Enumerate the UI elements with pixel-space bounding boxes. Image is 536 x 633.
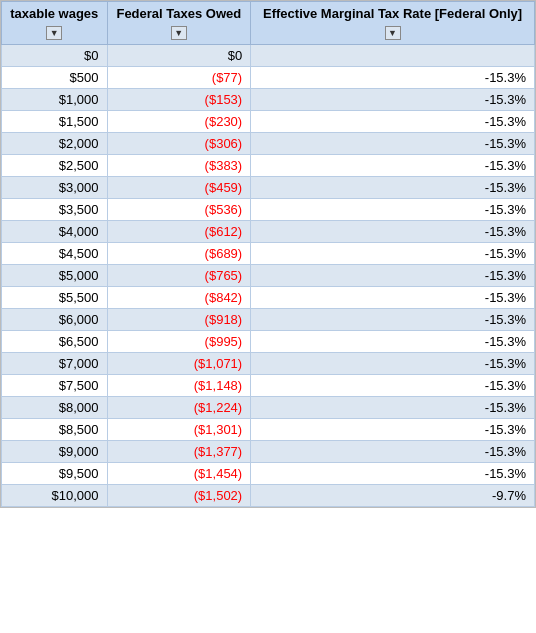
cell-taxes: ($383) bbox=[107, 154, 251, 176]
cell-wages: $3,500 bbox=[2, 198, 108, 220]
cell-taxes: ($1,454) bbox=[107, 462, 251, 484]
cell-rate: -15.3% bbox=[251, 176, 535, 198]
table-row: $3,500($536)-15.3% bbox=[2, 198, 535, 220]
cell-wages: $7,500 bbox=[2, 374, 108, 396]
table-row: $7,000($1,071)-15.3% bbox=[2, 352, 535, 374]
cell-taxes: ($765) bbox=[107, 264, 251, 286]
cell-wages: $8,000 bbox=[2, 396, 108, 418]
cell-wages: $0 bbox=[2, 44, 108, 66]
cell-wages: $1,500 bbox=[2, 110, 108, 132]
cell-rate bbox=[251, 44, 535, 66]
col-federal-taxes: Federal Taxes Owed ▼ bbox=[107, 2, 251, 45]
col-marginal-rate: Effective Marginal Tax Rate [Federal Onl… bbox=[251, 2, 535, 45]
cell-taxes: ($1,377) bbox=[107, 440, 251, 462]
cell-rate: -15.3% bbox=[251, 132, 535, 154]
cell-taxes: ($77) bbox=[107, 66, 251, 88]
table-row: $1,500($230)-15.3% bbox=[2, 110, 535, 132]
table-row: $9,500($1,454)-15.3% bbox=[2, 462, 535, 484]
cell-wages: $5,500 bbox=[2, 286, 108, 308]
cell-rate: -9.7% bbox=[251, 484, 535, 506]
filter-taxes-button[interactable]: ▼ bbox=[171, 26, 187, 40]
filter-rate-button[interactable]: ▼ bbox=[385, 26, 401, 40]
cell-taxes: ($689) bbox=[107, 242, 251, 264]
cell-wages: $9,500 bbox=[2, 462, 108, 484]
table-row: $6,000($918)-15.3% bbox=[2, 308, 535, 330]
cell-rate: -15.3% bbox=[251, 418, 535, 440]
cell-rate: -15.3% bbox=[251, 308, 535, 330]
table-row: $7,500($1,148)-15.3% bbox=[2, 374, 535, 396]
table-row: $2,500($383)-15.3% bbox=[2, 154, 535, 176]
table-row: $0$0 bbox=[2, 44, 535, 66]
cell-wages: $2,500 bbox=[2, 154, 108, 176]
cell-taxes: ($1,301) bbox=[107, 418, 251, 440]
table-row: $5,000($765)-15.3% bbox=[2, 264, 535, 286]
cell-rate: -15.3% bbox=[251, 220, 535, 242]
cell-wages: $1,000 bbox=[2, 88, 108, 110]
cell-rate: -15.3% bbox=[251, 110, 535, 132]
cell-taxes: ($230) bbox=[107, 110, 251, 132]
table-row: $500($77)-15.3% bbox=[2, 66, 535, 88]
cell-wages: $3,000 bbox=[2, 176, 108, 198]
table-row: $1,000($153)-15.3% bbox=[2, 88, 535, 110]
cell-taxes: ($1,502) bbox=[107, 484, 251, 506]
cell-taxes: ($1,224) bbox=[107, 396, 251, 418]
table-row: $9,000($1,377)-15.3% bbox=[2, 440, 535, 462]
cell-wages: $6,500 bbox=[2, 330, 108, 352]
cell-taxes: ($842) bbox=[107, 286, 251, 308]
table-row: $10,000($1,502)-9.7% bbox=[2, 484, 535, 506]
cell-rate: -15.3% bbox=[251, 462, 535, 484]
cell-wages: $6,000 bbox=[2, 308, 108, 330]
cell-taxes: ($306) bbox=[107, 132, 251, 154]
cell-wages: $8,500 bbox=[2, 418, 108, 440]
table-row: $5,500($842)-15.3% bbox=[2, 286, 535, 308]
cell-wages: $2,000 bbox=[2, 132, 108, 154]
cell-taxes: ($612) bbox=[107, 220, 251, 242]
cell-rate: -15.3% bbox=[251, 66, 535, 88]
cell-taxes: $0 bbox=[107, 44, 251, 66]
cell-taxes: ($1,148) bbox=[107, 374, 251, 396]
cell-rate: -15.3% bbox=[251, 264, 535, 286]
cell-rate: -15.3% bbox=[251, 440, 535, 462]
cell-taxes: ($995) bbox=[107, 330, 251, 352]
cell-wages: $4,000 bbox=[2, 220, 108, 242]
cell-rate: -15.3% bbox=[251, 198, 535, 220]
cell-wages: $7,000 bbox=[2, 352, 108, 374]
cell-rate: -15.3% bbox=[251, 374, 535, 396]
table-row: $4,500($689)-15.3% bbox=[2, 242, 535, 264]
filter-wages-button[interactable]: ▼ bbox=[46, 26, 62, 40]
cell-wages: $5,000 bbox=[2, 264, 108, 286]
cell-rate: -15.3% bbox=[251, 88, 535, 110]
header-row: taxable wages ▼ Federal Taxes Owed ▼ Eff… bbox=[2, 2, 535, 45]
cell-rate: -15.3% bbox=[251, 154, 535, 176]
cell-wages: $9,000 bbox=[2, 440, 108, 462]
cell-rate: -15.3% bbox=[251, 286, 535, 308]
cell-wages: $4,500 bbox=[2, 242, 108, 264]
cell-taxes: ($536) bbox=[107, 198, 251, 220]
tax-table: taxable wages ▼ Federal Taxes Owed ▼ Eff… bbox=[1, 1, 535, 507]
table-row: $4,000($612)-15.3% bbox=[2, 220, 535, 242]
cell-rate: -15.3% bbox=[251, 330, 535, 352]
table-row: $2,000($306)-15.3% bbox=[2, 132, 535, 154]
cell-rate: -15.3% bbox=[251, 396, 535, 418]
cell-taxes: ($459) bbox=[107, 176, 251, 198]
table-row: $6,500($995)-15.3% bbox=[2, 330, 535, 352]
cell-rate: -15.3% bbox=[251, 242, 535, 264]
table-row: $8,500($1,301)-15.3% bbox=[2, 418, 535, 440]
col-taxable-wages: taxable wages ▼ bbox=[2, 2, 108, 45]
cell-taxes: ($1,071) bbox=[107, 352, 251, 374]
cell-wages: $500 bbox=[2, 66, 108, 88]
cell-rate: -15.3% bbox=[251, 352, 535, 374]
table-row: $8,000($1,224)-15.3% bbox=[2, 396, 535, 418]
table-body: $0$0$500($77)-15.3%$1,000($153)-15.3%$1,… bbox=[2, 44, 535, 506]
cell-taxes: ($918) bbox=[107, 308, 251, 330]
cell-taxes: ($153) bbox=[107, 88, 251, 110]
tax-table-wrapper: taxable wages ▼ Federal Taxes Owed ▼ Eff… bbox=[0, 0, 536, 508]
cell-wages: $10,000 bbox=[2, 484, 108, 506]
table-row: $3,000($459)-15.3% bbox=[2, 176, 535, 198]
